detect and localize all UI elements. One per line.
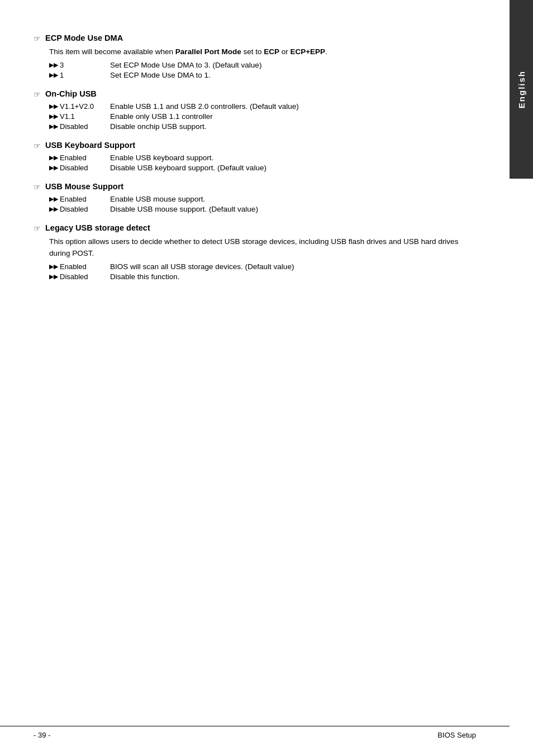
- option-value-legacy-disabled: Disabled: [60, 272, 110, 281]
- ecp-description: This item will become available when Par…: [49, 46, 472, 58]
- option-value-legacy-enabled: Enabled: [60, 262, 110, 271]
- option-row-legacy-enabled: ▶▶ Enabled BIOS will scan all USB storag…: [49, 262, 472, 271]
- section-icon-onchip: ☞: [34, 90, 41, 99]
- option-row-legacy-disabled: ▶▶ Disabled Disable this function.: [49, 272, 472, 281]
- section-icon-mouse: ☞: [34, 183, 41, 192]
- sidebar-english: English: [510, 0, 533, 179]
- section-header-mouse: ☞ USB Mouse Support: [34, 182, 472, 192]
- option-arrow-ecp-1: ▶▶ 1: [49, 71, 110, 79]
- option-arrow-onchip-disabled: ▶▶ Disabled: [49, 122, 110, 131]
- option-desc-legacy-enabled: BIOS will scan all USB storage devices. …: [110, 262, 472, 271]
- section-title-legacy-usb: Legacy USB storage detect: [45, 223, 150, 232]
- option-value-ecp-3: 3: [60, 61, 110, 69]
- ecp-desc-bold2: ECP: [264, 47, 279, 56]
- sidebar-label: English: [517, 70, 526, 108]
- option-row-mouse-disabled: ▶▶ Disabled Disable USB mouse support. (…: [49, 205, 472, 213]
- arrow-symbol: ▶▶: [49, 103, 58, 110]
- option-value-v12: V1.1+V2.0: [60, 102, 110, 111]
- option-row-ecp-3: ▶▶ 3 Set ECP Mode Use DMA to 3. (Default…: [49, 61, 472, 69]
- arrow-symbol: ▶▶: [49, 205, 58, 213]
- arrow-symbol: ▶▶: [49, 164, 58, 171]
- option-value-keyboard-enabled: Enabled: [60, 154, 110, 162]
- option-value-mouse-enabled: Enabled: [60, 195, 110, 203]
- arrow-symbol: ▶▶: [49, 195, 58, 203]
- arrow-symbol: ▶▶: [49, 61, 58, 69]
- option-desc-keyboard-enabled: Enable USB keyboard support.: [110, 154, 472, 162]
- option-row-onchip-disabled: ▶▶ Disabled Disable onchip USB support.: [49, 122, 472, 131]
- option-value-v11: V1.1: [60, 112, 110, 121]
- content-area: ☞ ECP Mode Use DMA This item will become…: [34, 22, 472, 281]
- option-arrow-mouse-enabled: ▶▶ Enabled: [49, 195, 110, 203]
- ecp-desc-bold3: ECP+EPP: [290, 47, 325, 56]
- option-desc-v11: Enable only USB 1.1 controller: [110, 112, 472, 121]
- option-desc-v12: Enable USB 1.1 and USB 2.0 controllers. …: [110, 102, 472, 111]
- option-row-ecp-1: ▶▶ 1 Set ECP Mode Use DMA to 1.: [49, 71, 472, 79]
- arrow-symbol: ▶▶: [49, 113, 58, 120]
- ecp-desc-bold1: Parallel Port Mode: [175, 47, 241, 56]
- option-arrow-keyboard-enabled: ▶▶ Enabled: [49, 154, 110, 162]
- section-header-legacy-usb: ☞ Legacy USB storage detect: [34, 223, 472, 233]
- section-icon-legacy-usb: ☞: [34, 224, 41, 233]
- option-value-mouse-disabled: Disabled: [60, 205, 110, 213]
- option-value-keyboard-disabled: Disabled: [60, 164, 110, 172]
- option-arrow-mouse-disabled: ▶▶ Disabled: [49, 205, 110, 213]
- option-desc-mouse-enabled: Enable USB mouse support.: [110, 195, 472, 203]
- option-desc-onchip-disabled: Disable onchip USB support.: [110, 122, 472, 131]
- page-footer: - 39 - BIOS Setup: [0, 726, 510, 739]
- section-icon-keyboard: ☞: [34, 141, 41, 150]
- option-arrow-v12: ▶▶ V1.1+V2.0: [49, 102, 110, 111]
- option-arrow-legacy-enabled: ▶▶ Enabled: [49, 262, 110, 271]
- section-ecp-mode: ☞ ECP Mode Use DMA This item will become…: [34, 34, 472, 79]
- section-header-ecp: ☞ ECP Mode Use DMA: [34, 34, 472, 43]
- option-arrow-legacy-disabled: ▶▶ Disabled: [49, 272, 110, 281]
- section-title-ecp: ECP Mode Use DMA: [45, 34, 123, 42]
- section-body-onchip: ▶▶ V1.1+V2.0 Enable USB 1.1 and USB 2.0 …: [49, 102, 472, 131]
- option-desc-keyboard-disabled: Disable USB keyboard support. (Default v…: [110, 164, 472, 172]
- option-arrow-keyboard-disabled: ▶▶ Disabled: [49, 164, 110, 172]
- option-row-mouse-enabled: ▶▶ Enabled Enable USB mouse support.: [49, 195, 472, 203]
- section-header-onchip: ☞ On-Chip USB: [34, 89, 472, 99]
- option-desc-ecp-3: Set ECP Mode Use DMA to 3. (Default valu…: [110, 61, 472, 69]
- legacy-usb-description: This option allows users to decide wheth…: [49, 236, 472, 259]
- arrow-symbol: ▶▶: [49, 123, 58, 130]
- option-row-onchip-v11: ▶▶ V1.1 Enable only USB 1.1 controller: [49, 112, 472, 121]
- footer-page-number: - 39 -: [34, 731, 50, 739]
- section-title-onchip: On-Chip USB: [45, 89, 97, 98]
- option-value-ecp-1: 1: [60, 71, 110, 79]
- option-row-onchip-v12: ▶▶ V1.1+V2.0 Enable USB 1.1 and USB 2.0 …: [49, 102, 472, 111]
- section-usb-mouse: ☞ USB Mouse Support ▶▶ Enabled Enable US…: [34, 182, 472, 213]
- option-row-keyboard-enabled: ▶▶ Enabled Enable USB keyboard support.: [49, 154, 472, 162]
- option-desc-legacy-disabled: Disable this function.: [110, 272, 472, 281]
- option-row-keyboard-disabled: ▶▶ Disabled Disable USB keyboard support…: [49, 164, 472, 172]
- arrow-symbol: ▶▶: [49, 263, 58, 270]
- section-body-keyboard: ▶▶ Enabled Enable USB keyboard support. …: [49, 154, 472, 172]
- option-arrow-v11: ▶▶ V1.1: [49, 112, 110, 121]
- option-desc-mouse-disabled: Disable USB mouse support. (Default valu…: [110, 205, 472, 213]
- section-title-keyboard: USB Keyboard Support: [45, 141, 135, 150]
- arrow-symbol: ▶▶: [49, 71, 58, 79]
- option-desc-ecp-1: Set ECP Mode Use DMA to 1.: [110, 71, 472, 79]
- footer-right-text: BIOS Setup: [437, 731, 476, 739]
- section-legacy-usb: ☞ Legacy USB storage detect This option …: [34, 223, 472, 281]
- section-header-keyboard: ☞ USB Keyboard Support: [34, 141, 472, 150]
- page-container: English ☞ ECP Mode Use DMA This item wil…: [0, 0, 533, 756]
- section-title-mouse: USB Mouse Support: [45, 182, 123, 191]
- option-value-onchip-disabled: Disabled: [60, 122, 110, 131]
- section-icon-ecp: ☞: [34, 34, 41, 43]
- section-body-ecp: This item will become available when Par…: [49, 46, 472, 79]
- arrow-symbol: ▶▶: [49, 154, 58, 161]
- section-body-legacy-usb: This option allows users to decide wheth…: [49, 236, 472, 281]
- section-onchip-usb: ☞ On-Chip USB ▶▶ V1.1+V2.0 Enable USB 1.…: [34, 89, 472, 131]
- section-body-mouse: ▶▶ Enabled Enable USB mouse support. ▶▶ …: [49, 195, 472, 213]
- option-arrow-ecp-3: ▶▶ 3: [49, 61, 110, 69]
- arrow-symbol: ▶▶: [49, 273, 58, 280]
- section-usb-keyboard: ☞ USB Keyboard Support ▶▶ Enabled Enable…: [34, 141, 472, 172]
